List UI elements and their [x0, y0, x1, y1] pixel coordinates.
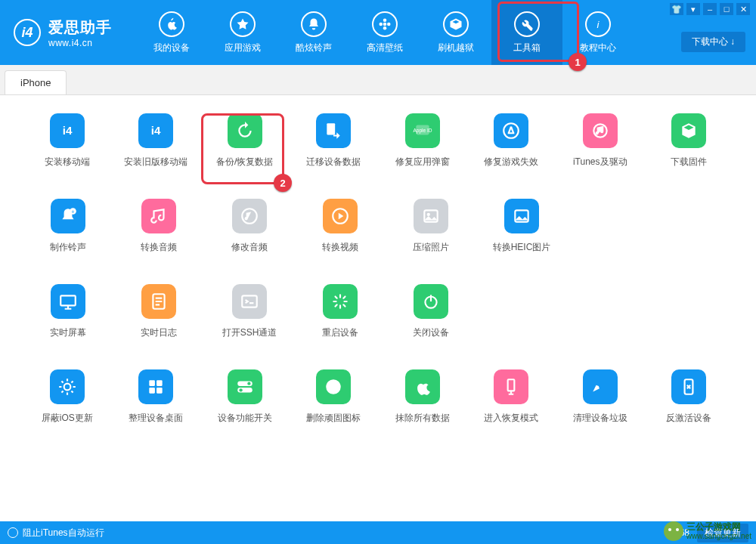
tool-migrate-data[interactable]: 迁移设备数据 [290, 113, 379, 168]
svg-text:+: + [71, 209, 75, 215]
appleid-icon: Apple ID [405, 113, 440, 148]
download-center-button[interactable]: 下载中心 ↓ [681, 32, 745, 52]
tool-realtime-screen[interactable]: 实时屏幕 [23, 284, 113, 339]
brand-url: www.i4.cn [48, 38, 112, 48]
image-convert-icon [504, 199, 539, 233]
block-itunes-label[interactable]: 阻止iTunes自动运行 [23, 527, 104, 539]
nav-label: 高清壁纸 [367, 42, 403, 54]
tool-label: 屏蔽iOS更新 [42, 412, 93, 425]
tool-realtime-log[interactable]: 实时日志 [113, 284, 204, 339]
svg-point-31 [247, 382, 250, 385]
svg-point-2 [383, 26, 387, 30]
appstore-icon [230, 11, 256, 37]
top-bar: i4 爱思助手 www.i4.cn 我的设备 应用游戏 酷炫铃声 高清壁纸 刷机… [0, 0, 756, 65]
tool-label: 修复游戏失效 [484, 156, 538, 168]
tool-convert-heic[interactable]: 转换HEIC图片 [476, 199, 567, 254]
nav-label: 酷炫铃声 [296, 42, 332, 54]
time-machine-icon [228, 113, 262, 148]
svg-text:i4: i4 [62, 124, 72, 137]
tool-make-ringtone[interactable]: +制作铃声 [23, 199, 113, 254]
tool-download-firmware[interactable]: 下载固件 [645, 113, 734, 168]
music-icon [141, 199, 176, 233]
music-edit-icon [232, 199, 267, 233]
tool-itunes-driver[interactable]: iTunes及驱动 [556, 113, 645, 168]
status-bar: 阻止iTunes自动运行 V7.68 检查更新 [0, 521, 756, 544]
itunes-icon [583, 113, 618, 148]
svg-rect-21 [60, 295, 76, 305]
tool-label: 修复应用弹窗 [395, 156, 450, 168]
tool-label: 压缩照片 [413, 241, 449, 254]
svg-point-12 [504, 123, 519, 138]
tool-install-old-mobile[interactable]: i4安装旧版移动端 [112, 113, 201, 168]
bell-plus-icon: + [51, 199, 85, 233]
maximize-button[interactable]: □ [720, 3, 733, 15]
apple-icon [405, 369, 440, 404]
tool-erase-all-data[interactable]: 抹除所有数据 [378, 369, 467, 425]
radio-unchecked-icon[interactable] [8, 527, 18, 538]
svg-point-33 [239, 388, 242, 391]
tool-label: 转换HEIC图片 [493, 241, 551, 254]
tool-block-ios-update[interactable]: 屏蔽iOS更新 [23, 369, 112, 425]
tool-restart-device[interactable]: 重启设备 [295, 284, 386, 339]
logo-icon: i4 [14, 19, 41, 46]
tool-shutdown-device[interactable]: 关闭设备 [386, 284, 476, 339]
tool-feature-switch[interactable]: 设备功能开关 [200, 369, 290, 425]
tool-install-mobile[interactable]: i4安装移动端 [23, 113, 112, 168]
nav-flash-jailbreak[interactable]: 刷机越狱 [420, 0, 491, 65]
nav-apps-games[interactable]: 应用游戏 [207, 0, 278, 65]
tool-label: 实时屏幕 [50, 326, 86, 339]
nav-label: 刷机越狱 [438, 42, 474, 54]
tool-convert-audio[interactable]: 转换音频 [113, 199, 204, 254]
cube-icon [671, 113, 706, 148]
tool-organize-desktop[interactable]: 整理设备桌面 [112, 369, 201, 425]
version-label: V7.68 [666, 527, 689, 538]
appstore-icon [494, 113, 528, 148]
svg-rect-29 [156, 388, 163, 394]
tool-edit-audio[interactable]: 修改音频 [204, 199, 295, 254]
tab-iphone[interactable]: iPhone [5, 70, 67, 94]
box-icon [443, 11, 469, 37]
skin-button[interactable]: 👕 [670, 3, 683, 15]
tool-compress-photo[interactable]: 压缩照片 [386, 199, 476, 254]
apple-icon [159, 11, 184, 37]
close-button[interactable]: ✕ [736, 3, 750, 15]
i4-icon: i4 [138, 113, 173, 148]
brand-name: 爱思助手 [48, 17, 112, 38]
menu-button[interactable]: ▾ [686, 3, 700, 15]
tool-label: 制作铃声 [50, 241, 86, 254]
logo-area: i4 爱思助手 www.i4.cn [0, 17, 136, 48]
nav-my-device[interactable]: 我的设备 [136, 0, 207, 65]
nav-ringtones[interactable]: 酷炫铃声 [278, 0, 349, 65]
tool-recovery-mode[interactable]: 进入恢复模式 [467, 369, 556, 425]
grid-icon [138, 369, 173, 404]
broom-icon [583, 369, 618, 404]
tool-backup-restore[interactable]: 备份/恢复数据 [200, 113, 290, 168]
nav-toolbox[interactable]: 工具箱 [491, 0, 562, 65]
nav-wallpapers[interactable]: 高清壁纸 [349, 0, 420, 65]
tool-label: 安装移动端 [45, 156, 90, 168]
tool-grid: i4安装移动端 i4安装旧版移动端 备份/恢复数据 迁移设备数据 Apple I… [0, 95, 756, 425]
loading-icon [323, 284, 358, 319]
tool-delete-stubborn-icon[interactable]: 删除顽固图标 [290, 369, 379, 425]
tool-convert-video[interactable]: 转换视频 [295, 199, 386, 254]
monitor-icon [51, 284, 85, 319]
tool-label: 实时日志 [141, 326, 177, 339]
check-update-button[interactable]: 检查更新 [697, 524, 748, 542]
tool-label: 转换音频 [141, 241, 177, 254]
svg-point-16 [242, 209, 257, 224]
tool-fix-game[interactable]: 修复游戏失效 [467, 113, 556, 168]
tool-ssh-tunnel[interactable]: 打开SSH通道 [204, 284, 295, 339]
main-nav: 我的设备 应用游戏 酷炫铃声 高清壁纸 刷机越狱 工具箱 i 教程中心 [136, 0, 634, 65]
bell-icon [301, 11, 327, 37]
tool-label: 打开SSH通道 [222, 326, 277, 339]
tool-clean-junk[interactable]: 清理设备垃圾 [556, 369, 645, 425]
tool-row: 屏蔽iOS更新 整理设备桌面 设备功能开关 删除顽固图标 抹除所有数据 进入恢复… [23, 369, 733, 425]
pie-icon [316, 369, 351, 404]
power-icon [414, 284, 448, 319]
svg-rect-28 [150, 388, 156, 394]
tool-fix-popup[interactable]: Apple ID修复应用弹窗 [378, 113, 467, 168]
minimize-button[interactable]: – [703, 3, 717, 15]
svg-point-4 [387, 22, 391, 26]
tool-deactivate-device[interactable]: 反激活设备 [645, 369, 734, 425]
tool-label: 下载固件 [671, 156, 707, 168]
